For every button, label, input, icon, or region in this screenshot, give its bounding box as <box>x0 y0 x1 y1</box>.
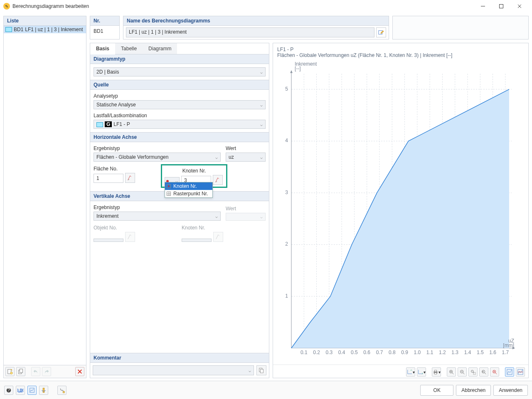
dd-item-label: Knoten Nr. <box>173 183 197 189</box>
chevron-down-icon: ⌵ <box>260 70 263 74</box>
cancel-button[interactable]: Abbrechen <box>456 385 491 396</box>
svg-text:?: ? <box>7 387 10 392</box>
nr-label: Nr. <box>90 16 119 26</box>
list-toolbar <box>4 365 86 378</box>
svg-rect-59 <box>434 370 436 372</box>
vaxis-ergebnistyp-value: Inkrement <box>96 213 118 219</box>
zoom-out-button[interactable] <box>458 367 467 377</box>
svg-rect-73 <box>43 388 44 392</box>
maximize-button[interactable] <box>492 0 510 12</box>
svg-text:2: 2 <box>285 241 288 247</box>
list-title: Liste <box>4 16 86 26</box>
pick-objekt-icon <box>125 232 135 242</box>
tab-basis[interactable]: Basis <box>90 43 115 54</box>
name-input[interactable]: LF1 | uz | 1 | 3 | Inkrement <box>126 27 374 37</box>
grid-icon <box>167 192 171 196</box>
chart-mode-button[interactable] <box>27 386 37 395</box>
pick-knoten-icon[interactable] <box>213 175 223 185</box>
svg-rect-60 <box>434 373 436 374</box>
view-chart-button[interactable] <box>505 367 514 377</box>
svg-text:1.2: 1.2 <box>439 350 446 355</box>
tabstrip: Basis Tabelle Diagramm <box>90 43 269 54</box>
zoom-in-button[interactable] <box>447 367 456 377</box>
dd-item-label: Rasterpunkt Nr. <box>173 191 208 197</box>
close-button[interactable] <box>510 0 529 12</box>
svg-text:1.5: 1.5 <box>477 350 484 355</box>
edit-name-icon[interactable] <box>376 27 386 37</box>
svg-rect-72 <box>30 388 34 392</box>
analysetyp-label: Analysetyp <box>94 93 266 99</box>
header-filler <box>392 16 529 39</box>
haxis-knoten-label: Knoten Nr. <box>165 168 224 174</box>
list-panel: Liste BD1 LF1 | uz | 1 | 3 | Inkrement <box>3 16 86 378</box>
list-item[interactable]: BD1 LF1 | uz | 1 | 3 | Inkrement <box>4 26 86 33</box>
haxis-wert-value: uz <box>229 154 234 160</box>
haxis-wert-label: Wert <box>226 145 266 151</box>
tab-diagramm[interactable]: Diagramm <box>143 43 177 54</box>
haxis-ergebnistyp-label: Ergebnistyp <box>94 145 221 151</box>
dot-icon <box>167 184 171 188</box>
kommentar-input[interactable]: ⌵ <box>93 365 254 375</box>
zoom-prev-button[interactable] <box>479 367 488 377</box>
nr-frame: Nr. BD1 <box>90 16 120 39</box>
delete-button[interactable] <box>75 367 84 376</box>
dd-item-knoten[interactable]: Knoten Nr. <box>165 182 212 190</box>
svg-text:3: 3 <box>285 190 288 195</box>
dd-item-rasterpunkt[interactable]: Rasterpunkt Nr. <box>165 190 212 197</box>
apply-button[interactable]: Anwenden <box>493 385 528 396</box>
vaxis-wert-select: ⌵ <box>226 213 266 221</box>
vaxis-objekt-input <box>94 239 123 242</box>
haxis-flaeche-input[interactable]: 1 <box>94 174 123 183</box>
vaxis-ergebnistyp-select[interactable]: Inkrement⌵ <box>94 212 221 221</box>
plot-area: 0.10.20.30.40.50.60.70.80.91.01.11.21.31… <box>275 61 524 363</box>
lastfall-swatch <box>96 122 103 127</box>
haxis-wert-select[interactable]: uz⌵ <box>226 153 266 162</box>
script-button[interactable] <box>57 386 66 395</box>
minimize-button[interactable] <box>474 0 492 12</box>
diagramtyp-select[interactable]: 2D | Basis⌵ <box>94 67 266 76</box>
svg-text:0,00: 0,00 <box>17 387 23 392</box>
analysetyp-select[interactable]: Statische Analyse⌵ <box>94 100 266 109</box>
knoten-highlight: Knoten Nr. ⌵ 3 Knoten Nr. Rasterpunkt Nr… <box>161 164 227 188</box>
svg-point-2 <box>10 372 12 374</box>
section-diagrammtyp: Diagrammtyp <box>90 54 269 64</box>
undo-button[interactable] <box>31 367 40 376</box>
view-overlay-button[interactable] <box>516 367 525 377</box>
duplicate-button[interactable] <box>16 367 25 376</box>
haxis-ergebnistyp-value: Flächen - Globale Verformungen <box>96 154 168 160</box>
diagramtyp-value: 2D | Basis <box>96 69 119 75</box>
model-link-button[interactable] <box>39 386 48 395</box>
app-icon: ✎ <box>3 3 10 10</box>
svg-text:[--]: [--] <box>295 66 301 71</box>
vaxis-knoten-label: Knoten Nr. <box>182 225 248 231</box>
vaxis-knoten-input <box>182 239 212 242</box>
help-button[interactable]: ? <box>4 386 13 395</box>
haxis-flaeche-label: Fläche No. <box>94 166 156 172</box>
pick-flaeche-icon[interactable] <box>125 173 135 183</box>
haxis-ergebnistyp-select[interactable]: Flächen - Globale Verformungen⌵ <box>94 153 221 162</box>
analysetyp-value: Statische Analyse <box>96 102 136 108</box>
ok-button[interactable]: OK <box>420 385 453 396</box>
kommentar-pick-button[interactable] <box>256 365 266 375</box>
svg-text:1.3: 1.3 <box>451 350 458 355</box>
zoom-window-button[interactable] <box>468 367 478 377</box>
svg-text:0.7: 0.7 <box>376 350 383 355</box>
lastfall-select[interactable]: GLF1 - P ⌵ <box>94 120 266 129</box>
redo-button[interactable] <box>42 367 51 376</box>
new-button[interactable] <box>5 367 15 376</box>
print-menu[interactable]: ▾ <box>432 367 441 377</box>
chart-title1: LF1 - P <box>277 47 524 52</box>
section-quelle: Quelle <box>90 80 269 90</box>
list-item-swatch <box>5 27 12 32</box>
tab-tabelle[interactable]: Tabelle <box>115 43 143 54</box>
chevron-down-icon: ⌵ <box>215 155 218 160</box>
axis-y-menu[interactable]: ▾ <box>417 367 426 377</box>
units-button[interactable]: 0,00 <box>16 386 25 395</box>
axis-x-menu[interactable]: ▾ <box>406 367 415 377</box>
list-item-desc: LF1 | uz | 1 | 3 | Inkrement <box>25 27 83 32</box>
zoom-reset-button[interactable] <box>490 367 499 377</box>
svg-text:1.0: 1.0 <box>414 350 421 355</box>
svg-text:0.8: 0.8 <box>389 350 396 355</box>
svg-text:0.1: 0.1 <box>300 350 308 355</box>
svg-rect-74 <box>63 391 65 393</box>
